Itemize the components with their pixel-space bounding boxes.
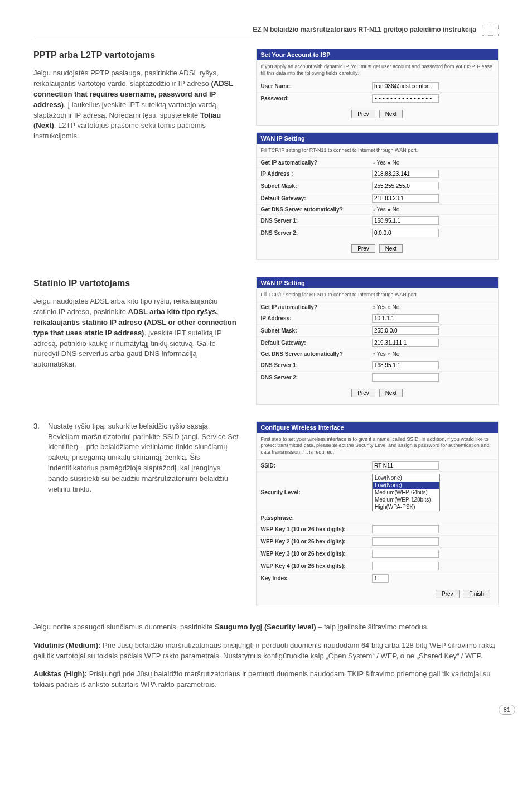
wan1-gw-input[interactable] <box>372 194 439 203</box>
wan2-dns1-label: DNS Server 1: <box>257 359 367 371</box>
panel-wan1-title: WAN IP Setting <box>257 133 499 144</box>
wireless-wep3-input[interactable] <box>372 550 439 558</box>
wan1-next-button[interactable]: Next <box>379 244 403 253</box>
router-icon <box>482 25 499 36</box>
header-title: EZ N belaidžio maršrutizatoriaus RT-N11 … <box>253 26 476 33</box>
panel-set-account: Set Your Account to ISP If you apply an … <box>256 49 499 126</box>
page-number: 81 <box>499 705 515 715</box>
wan2-mask-label: Subnet Mask: <box>257 324 367 336</box>
wan1-getdns-label: Get DNS Server automatically? <box>257 205 367 215</box>
wan1-getip-label: Get IP automatically? <box>257 158 367 168</box>
pptp-body: Jeigu naudojatės PPTP paslauga, pasirink… <box>33 68 239 142</box>
wireless-wep2-label: WEP Key 2 (10 or 26 hex digits): <box>257 535 367 547</box>
panel-wireless-desc: First step to set your wireless interfac… <box>257 433 499 459</box>
wan2-getip-label: Get IP automatically? <box>257 302 367 312</box>
wireless-wep2-input[interactable] <box>372 537 439 546</box>
sec-opt-low[interactable]: Low(None) <box>373 474 439 482</box>
wireless-prev-button[interactable]: Prev <box>436 590 460 598</box>
wan2-getip-radio[interactable]: ○ Yes ○ No <box>367 302 498 312</box>
account-user-label: User Name: <box>257 80 367 93</box>
wan2-gw-input[interactable] <box>372 339 439 347</box>
sec-opt-med64[interactable]: Medium(WEP-64bits) <box>373 489 439 496</box>
wan2-ip-label: IP Address: <box>257 312 367 324</box>
wan1-ip-input[interactable] <box>372 170 439 178</box>
wireless-wep1-label: WEP Key 1 (10 or 26 hex digits): <box>257 523 367 535</box>
wan2-prev-button[interactable]: Prev <box>351 389 375 397</box>
wan1-gw-label: Default Gateway: <box>257 192 367 205</box>
wan2-next-button[interactable]: Next <box>379 389 403 397</box>
wan2-ip-input[interactable] <box>372 314 439 323</box>
account-pass-input[interactable] <box>372 94 439 103</box>
wan1-prev-button[interactable]: Prev <box>351 244 375 253</box>
wireless-ssid-label: SSID: <box>257 459 367 471</box>
sec-opt-high[interactable]: High(WPA-PSK) <box>373 503 439 511</box>
list-body: Nustatę ryšio tipą, sukurkite belaidžio … <box>48 421 239 495</box>
wireless-keyidx-label: Key Index: <box>257 572 367 584</box>
wan1-getdns-radio[interactable]: ○ Yes ● No <box>367 205 498 215</box>
wireless-pass-label: Passphrase: <box>257 513 367 523</box>
wan1-ip-label: IP Address : <box>257 168 367 180</box>
panel-set-account-desc: If you apply an account with dynamic IP.… <box>257 60 499 80</box>
wan1-dns1-input[interactable] <box>372 216 439 225</box>
pptp-heading: PPTP arba L2TP vartotojams <box>33 49 239 61</box>
panel-wan1: WAN IP Setting Fill TCP/IP setting for R… <box>256 132 499 260</box>
wan1-dns2-input[interactable] <box>372 229 439 237</box>
wireless-keyidx-input[interactable] <box>372 574 389 583</box>
wireless-wep4-input[interactable] <box>372 562 439 570</box>
wireless-sec-select[interactable]: Low(None) Low(None) Medium(WEP-64bits) M… <box>372 474 440 511</box>
wan1-dns2-label: DNS Server 2: <box>257 227 367 239</box>
panel-set-account-title: Set Your Account to ISP <box>257 49 499 60</box>
sec-opt-low-selected[interactable]: Low(None) <box>373 482 439 489</box>
wan1-mask-input[interactable] <box>372 182 439 190</box>
wan2-mask-input[interactable] <box>372 326 439 335</box>
list-number: 3. <box>33 421 48 495</box>
wan2-getdns-radio[interactable]: ○ Yes ○ No <box>367 349 498 359</box>
wan2-gw-label: Default Gateway: <box>257 336 367 349</box>
panel-wan2-desc: Fill TCP/IP setting for RT-N11 to connec… <box>257 288 499 302</box>
lower-p1: Jeigu norite apsaugoti siunčiamus duomen… <box>33 622 499 633</box>
account-next-button[interactable]: Next <box>379 110 403 118</box>
wireless-wep1-input[interactable] <box>372 525 439 533</box>
wireless-finish-button[interactable]: Finish <box>463 590 490 598</box>
list-item-3: 3. Nustatę ryšio tipą, sukurkite belaidž… <box>33 421 239 495</box>
static-heading: Statinio IP vartotojams <box>33 277 239 290</box>
wan1-mask-label: Subnet Mask: <box>257 180 367 192</box>
wireless-sec-label: Security Level: <box>257 471 367 513</box>
wan2-dns2-label: DNS Server 2: <box>257 371 367 383</box>
account-prev-button[interactable]: Prev <box>351 110 375 118</box>
panel-wan2-title: WAN IP Setting <box>257 277 499 288</box>
panel-wan2: WAN IP Setting Fill TCP/IP setting for R… <box>256 277 499 405</box>
wan2-dns1-input[interactable] <box>372 361 439 369</box>
panel-wireless: Configure Wireless Interface First step … <box>256 421 499 605</box>
wan1-dns1-label: DNS Server 1: <box>257 215 367 227</box>
static-body: Jeigu naudojatės ADSL arba kito tipo ryš… <box>33 296 239 370</box>
wan2-getdns-label: Get DNS Server automatically? <box>257 349 367 359</box>
panel-wan1-desc: Fill TCP/IP setting for RT-N11 to connec… <box>257 144 499 157</box>
account-user-input[interactable] <box>372 82 439 90</box>
wan1-getip-radio[interactable]: ○ Yes ● No <box>367 158 498 168</box>
wireless-wep4-label: WEP Key 4 (10 or 26 hex digits): <box>257 560 367 572</box>
panel-wireless-title: Configure Wireless Interface <box>257 422 499 433</box>
wireless-ssid-input[interactable] <box>372 461 439 470</box>
lower-text: Jeigu norite apsaugoti siunčiamus duomen… <box>33 622 499 690</box>
wireless-wep3-label: WEP Key 3 (10 or 26 hex digits): <box>257 547 367 560</box>
account-pass-label: Password: <box>257 93 367 105</box>
lower-p2: Vidutinis (Medium): Prie Jūsų belaidžio … <box>33 641 499 662</box>
sec-opt-med128[interactable]: Medium(WEP-128bits) <box>373 496 439 503</box>
page-header: EZ N belaidžio maršrutizatoriaus RT-N11 … <box>33 17 499 37</box>
lower-p3: Aukštas (High): Prisijungti prie Jūsų ba… <box>33 669 499 690</box>
wan2-dns2-input[interactable] <box>372 373 439 382</box>
